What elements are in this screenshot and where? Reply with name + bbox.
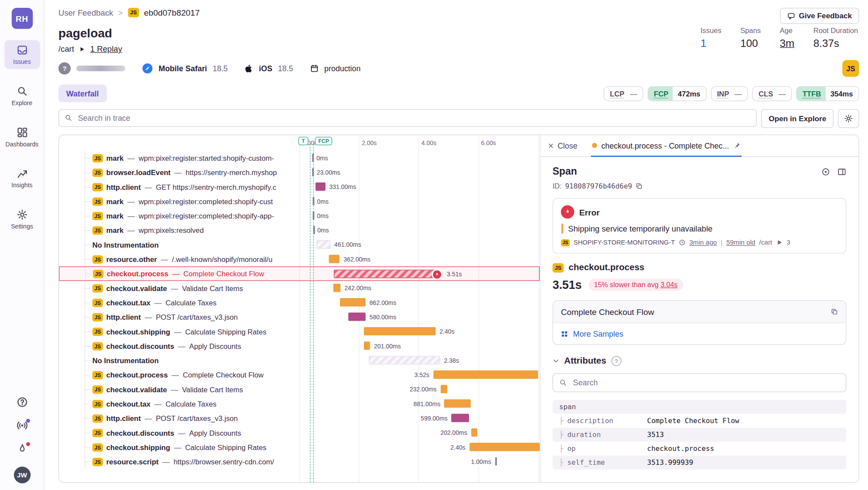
- sidebar-item-settings[interactable]: Settings: [4, 205, 40, 234]
- stat-root-duration: Root Duration 8.37s: [813, 26, 858, 50]
- give-feedback-button[interactable]: Give Feedback: [780, 8, 859, 24]
- span-row[interactable]: JShttp.client—GET https://sentry-merch.m…: [59, 180, 540, 194]
- focus-span-icon[interactable]: [821, 167, 830, 176]
- span-row[interactable]: JScheckout.discounts—Apply Discounts202.…: [59, 426, 540, 440]
- notification-dot: [26, 442, 30, 446]
- span-duration-bar[interactable]: [440, 385, 447, 393]
- attributes-search-input[interactable]: [572, 377, 839, 387]
- span-duration-bar[interactable]: [369, 356, 440, 364]
- copy-icon[interactable]: [831, 308, 838, 315]
- sidebar-footer: JW: [13, 397, 30, 483]
- span-duration-bar[interactable]: [444, 399, 471, 407]
- attribute-row[interactable]: ├duration3513: [552, 428, 846, 442]
- trace-search-input[interactable]: [77, 113, 751, 123]
- vital-inp[interactable]: INP —: [711, 86, 748, 101]
- span-duration-bar[interactable]: [312, 153, 314, 162]
- span-row[interactable]: JScheckout.tax—Calculate Taxes881.00ms: [59, 397, 540, 411]
- waterfall-view-tab[interactable]: Waterfall: [59, 85, 107, 103]
- span-duration-bar[interactable]: [452, 414, 469, 422]
- attributes-search-box: [552, 373, 846, 392]
- span-row[interactable]: JScheckout.shipping—Calculate Shipping R…: [59, 324, 540, 338]
- broadcast-icon[interactable]: [17, 420, 28, 431]
- span-row[interactable]: JSmark—wpm:pixel:register:completed:shop…: [59, 209, 540, 223]
- error-age[interactable]: 3min ago: [690, 238, 717, 246]
- vital-ttfb[interactable]: TTFB 354ms: [796, 86, 859, 101]
- span-row[interactable]: JSbrowser.loadEvent—https://sentry-merch…: [59, 165, 540, 179]
- span-row[interactable]: JScheckout.validate—Validate Cart Items2…: [59, 382, 540, 397]
- flame-icon[interactable]: [17, 443, 28, 454]
- span-duration-bar[interactable]: [312, 168, 314, 176]
- more-samples-link[interactable]: More Samples: [553, 323, 846, 344]
- span-row[interactable]: JSresource.script—https://browser.sentry…: [59, 454, 540, 469]
- span-duration-bar[interactable]: [469, 443, 540, 451]
- error-replay-count[interactable]: 3: [787, 238, 791, 246]
- drawer-close-button[interactable]: × Close: [548, 135, 578, 156]
- span-duration-bar[interactable]: [433, 371, 538, 379]
- span-duration-bar[interactable]: [340, 298, 366, 306]
- span-row[interactable]: JSmark—wpm:pixel:register:completed:shop…: [59, 194, 540, 209]
- breadcrumb-parent[interactable]: User Feedback: [59, 8, 113, 17]
- sidebar-item-issues[interactable]: Issues: [4, 40, 40, 69]
- span-duration-bar[interactable]: [313, 197, 314, 205]
- sidebar-item-explore[interactable]: Explore: [4, 81, 40, 110]
- span-row[interactable]: JSresource.other—/.well-known/shopify/mo…: [59, 252, 540, 266]
- span-op: http.client: [106, 414, 141, 422]
- sidebar-item-insights[interactable]: Insights: [4, 163, 40, 192]
- span-row[interactable]: JScheckout.discounts—Apply Discounts201.…: [59, 339, 540, 353]
- span-duration-bar[interactable]: [333, 284, 341, 292]
- copy-icon[interactable]: [635, 182, 643, 190]
- span-duration-bar[interactable]: [313, 212, 314, 220]
- related-error-card[interactable]: Error Shipping service temporarily unava…: [552, 198, 846, 254]
- span-row[interactable]: JScheckout.shipping—Calculate Shipping R…: [59, 440, 540, 454]
- span-row[interactable]: JSmark—wpm:pixels:resolved0ms: [59, 223, 540, 237]
- span-row[interactable]: No Instrumentation2.38s: [59, 353, 540, 368]
- span-duration-bar[interactable]: [313, 226, 315, 234]
- vital-lcp[interactable]: LCP —: [604, 86, 643, 101]
- help-icon[interactable]: [17, 397, 28, 408]
- span-name-cell: No Instrumentation: [59, 238, 300, 252]
- span-duration-bar[interactable]: [495, 457, 497, 465]
- org-avatar[interactable]: RH: [11, 8, 33, 29]
- trace-stats: Issues 1 Spans 100 Age 3m Root Duration …: [700, 25, 859, 50]
- user-avatar[interactable]: JW: [13, 467, 30, 483]
- span-duration-bar[interactable]: [471, 428, 477, 437]
- open-in-explore-button[interactable]: Open in Explore: [762, 109, 834, 128]
- avg-duration-link[interactable]: 3.04s: [660, 281, 677, 289]
- span-duration-bar[interactable]: [317, 240, 330, 248]
- span-row[interactable]: JScheckout.tax—Calculate Taxes862.00ms: [59, 295, 540, 310]
- span-duration-bar[interactable]: [329, 255, 340, 263]
- attribute-row[interactable]: ├self_time3513.999939: [552, 456, 846, 470]
- span-duration-bar[interactable]: [315, 182, 325, 191]
- layout-columns-icon[interactable]: [838, 167, 847, 176]
- sidebar-item-dashboards[interactable]: Dashboards: [4, 122, 40, 152]
- replay-link[interactable]: 1 Replay: [90, 44, 122, 53]
- chevron-down-icon[interactable]: [552, 358, 559, 364]
- error-first-seen[interactable]: 59min old: [726, 238, 756, 246]
- app-window: RH Issues Explore Dashboards: [0, 0, 868, 490]
- attribute-row[interactable]: ├opcheckout.process: [552, 442, 846, 456]
- help-icon[interactable]: ?: [611, 356, 621, 366]
- span-duration-bar[interactable]: [364, 341, 370, 350]
- span-row[interactable]: JScheckout.process—Complete Checkout Flo…: [59, 266, 540, 281]
- span-description: Apply Discounts: [189, 429, 241, 437]
- span-row[interactable]: JScheckout.validate—Validate Cart Items2…: [59, 281, 540, 295]
- span-row[interactable]: JShttp.client—POST /cart/taxes_v3.json59…: [59, 411, 540, 425]
- vital-cls[interactable]: CLS —: [752, 86, 792, 101]
- span-row[interactable]: JShttp.client—POST /cart/taxes_v3.json58…: [59, 310, 540, 324]
- pin-icon[interactable]: [733, 142, 741, 149]
- stat-issues-value[interactable]: 1: [700, 37, 706, 50]
- span-row[interactable]: No Instrumentation461.00ms: [59, 238, 540, 252]
- span-row[interactable]: JScheckout.process—Complete Checkout Flo…: [59, 368, 540, 382]
- attribute-row[interactable]: ├descriptionComplete Checkout Flow: [552, 414, 846, 428]
- browser-version: 18.5: [213, 64, 228, 73]
- span-duration-bar[interactable]: [334, 270, 438, 278]
- issue-short-id[interactable]: SHOPIFY-STORE-MONITORING-T: [574, 239, 675, 246]
- stat-age-value[interactable]: 3m: [780, 37, 795, 50]
- span-duration-bar[interactable]: [364, 327, 436, 335]
- vital-fcp[interactable]: FCP 472ms: [648, 86, 706, 101]
- drawer-active-tab[interactable]: checkout.process - Complete Chec...: [591, 135, 742, 157]
- attribute-value: 3513: [647, 430, 664, 439]
- span-row[interactable]: JSmark—wpm:pixel:register:started:shopif…: [59, 151, 540, 165]
- waterfall-settings-button[interactable]: [838, 109, 859, 128]
- span-duration-bar[interactable]: [348, 313, 366, 321]
